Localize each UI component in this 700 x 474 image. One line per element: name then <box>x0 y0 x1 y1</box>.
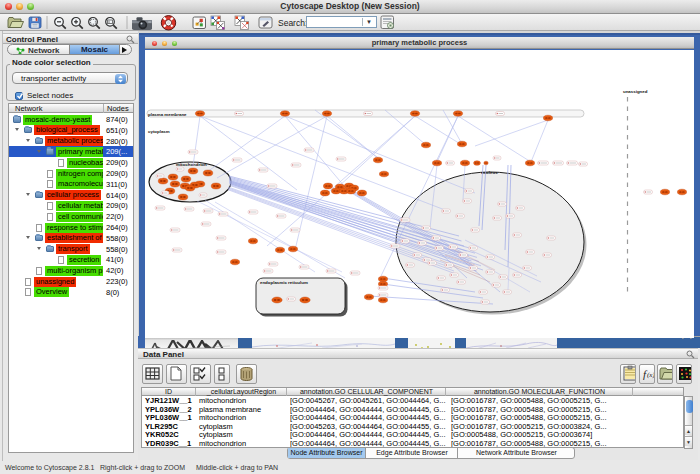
svg-text:unassigned: unassigned <box>623 89 648 94</box>
svg-text:cytoplasm: cytoplasm <box>148 129 170 134</box>
svg-text:nucleus: nucleus <box>481 170 498 175</box>
svg-text:endoplasmic reticulum: endoplasmic reticulum <box>260 280 308 285</box>
svg-text:(x): (x) <box>647 371 655 379</box>
svg-text:mitochondrion: mitochondrion <box>176 162 207 167</box>
svg-text:plasma membrane: plasma membrane <box>148 112 187 117</box>
